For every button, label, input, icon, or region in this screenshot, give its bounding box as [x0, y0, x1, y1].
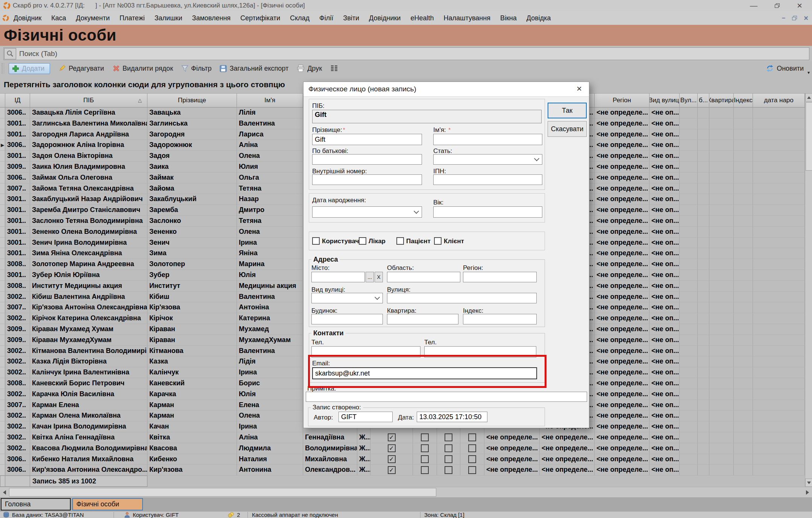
column-header-region[interactable]: Регіон	[595, 93, 650, 108]
column-header-surname[interactable]: Прізвище	[147, 93, 237, 108]
cell-data_nar	[753, 183, 805, 194]
mdi-restore-icon[interactable]	[792, 16, 797, 20]
cell-id: 3001..	[5, 205, 30, 216]
cancel-button[interactable]: Скасувати	[548, 121, 587, 137]
export-button[interactable]: Загальний експорт	[220, 65, 288, 73]
ok-button[interactable]: Так	[548, 103, 587, 118]
edit-button[interactable]: Редагувати	[58, 65, 104, 73]
menu-item-1[interactable]: Довідник	[14, 14, 41, 22]
building-field[interactable]	[311, 314, 383, 324]
menu-item-15[interactable]: Довідка	[527, 14, 551, 22]
region-field[interactable]	[463, 272, 537, 282]
add-button[interactable]: Додати	[9, 63, 50, 74]
column-header-gutter[interactable]	[0, 93, 5, 108]
scroll-up-icon[interactable]	[805, 93, 812, 101]
restore-icon[interactable]	[775, 3, 780, 8]
menu-item-9[interactable]: Філії	[319, 14, 333, 22]
column-header-street_type[interactable]: Вид вулиці	[650, 93, 680, 108]
dialog-close-icon[interactable]: ×	[573, 83, 585, 94]
surname-field[interactable]	[312, 134, 422, 145]
birth-date-select[interactable]	[312, 206, 422, 218]
column-header-b[interactable]: б...	[698, 93, 709, 108]
cell-b	[698, 410, 709, 421]
patronymic-field[interactable]	[312, 154, 422, 165]
oblast-field[interactable]	[387, 272, 460, 282]
age-field[interactable]	[433, 206, 542, 218]
delete-row-button[interactable]: Видалити рядок	[112, 65, 173, 73]
internal-number-field[interactable]	[312, 174, 422, 185]
table-row[interactable]: 3002..Квасова Людмила ВолодимирівнаКвасо…	[0, 443, 805, 454]
menu-item-4[interactable]: Платежі	[120, 14, 145, 22]
tab-persons[interactable]: Фізичні особи	[72, 498, 143, 510]
refresh-button[interactable]: Оновити	[766, 64, 804, 73]
column-header-indeks[interactable]: Індекс	[734, 93, 753, 108]
horizontal-scrollbar[interactable]	[0, 487, 812, 497]
cell-surname: Кіраван	[147, 335, 237, 346]
table-row[interactable]: 3002..Квітка Аліна ГеннадіївнаКвіткаАлін…	[0, 432, 805, 443]
ipn-field[interactable]	[433, 174, 542, 185]
created-date-field[interactable]	[417, 412, 487, 422]
doctor-role-checkbox[interactable]	[359, 237, 366, 245]
menu-item-12[interactable]: eHealth	[410, 14, 434, 22]
column-header-vul[interactable]: Вул...	[680, 93, 698, 108]
menu-item-7[interactable]: Сертифікати	[240, 14, 280, 22]
columns-button[interactable]	[330, 65, 338, 72]
search-input[interactable]	[16, 49, 809, 58]
email-field[interactable]	[312, 367, 537, 379]
menu-item-6[interactable]: Замовлення	[192, 14, 231, 22]
name-field[interactable]	[433, 134, 542, 145]
cell-region: <не определе...	[595, 367, 650, 378]
author-field[interactable]	[338, 412, 393, 422]
tab-home[interactable]: Головна	[1, 498, 71, 510]
column-header-data_nar[interactable]: дата наро	[753, 93, 805, 108]
cell-region: <не определе...	[595, 421, 650, 432]
scroll-down-icon[interactable]	[805, 479, 812, 487]
scroll-left-icon[interactable]	[0, 488, 9, 497]
scroll-right-icon[interactable]	[803, 488, 812, 497]
note-field[interactable]	[306, 392, 587, 402]
column-header-pib[interactable]: ПІБ△	[30, 93, 147, 108]
city-clear-button[interactable]: X	[375, 272, 383, 282]
user-role-checkbox[interactable]	[312, 237, 320, 245]
apartment-field[interactable]	[387, 314, 458, 324]
city-browse-button[interactable]: ...	[366, 272, 374, 282]
toolbar-grip[interactable]	[2, 63, 4, 74]
menu-item-5[interactable]: Залишки	[155, 14, 182, 22]
column-header-name[interactable]: Ім'я	[237, 93, 303, 108]
cell-kvartyra	[709, 194, 734, 205]
street-field[interactable]	[387, 293, 537, 303]
menu-item-10[interactable]: Звіти	[343, 14, 359, 22]
address-fieldset: Адреса Місто: ... X Область: Регіон: Вид…	[309, 259, 545, 327]
gender-select[interactable]	[433, 154, 542, 165]
menu-item-8[interactable]: Склад	[290, 14, 310, 22]
close-icon[interactable]: ×	[797, 2, 802, 9]
client-role-checkbox[interactable]	[434, 237, 442, 245]
phone1-field[interactable]	[311, 346, 420, 357]
street-type-select[interactable]	[311, 293, 383, 303]
menu-item-13[interactable]: Налаштування	[443, 14, 490, 22]
table-row[interactable]: 3006..Кибенко Наталия МихайловнаКибенкоН…	[0, 454, 805, 465]
menu-item-11[interactable]: Довідники	[369, 14, 401, 22]
vertical-scrollbar[interactable]	[805, 93, 812, 487]
city-field[interactable]	[311, 272, 365, 282]
menu-item-3[interactable]: Документи	[76, 14, 110, 22]
funnel-icon	[181, 65, 188, 72]
mdi-close-icon[interactable]: ×	[804, 14, 808, 22]
menu-item-2[interactable]: Каса	[51, 14, 66, 22]
phone2-field[interactable]	[424, 346, 536, 357]
index-field[interactable]	[463, 314, 537, 324]
filter-button[interactable]: Фільтр	[181, 65, 211, 73]
table-row[interactable]: 3006..Кир'язова Антонина Олександро...Ки…	[0, 465, 805, 476]
horizontal-scroll-thumb[interactable]	[9, 488, 436, 497]
cell-indeks	[734, 292, 753, 303]
mdi-minimize-icon[interactable]: –	[782, 14, 785, 22]
vertical-scroll-thumb[interactable]	[806, 102, 812, 171]
minimize-icon[interactable]: —	[750, 2, 757, 9]
column-header-kvartyra[interactable]: Квартира	[709, 93, 734, 108]
patient-role-checkbox[interactable]	[396, 237, 404, 245]
column-header-id[interactable]: ІД	[5, 93, 30, 108]
menu-item-14[interactable]: Вікна	[500, 14, 517, 22]
cell-b	[698, 356, 709, 367]
print-button[interactable]: Друк	[297, 65, 322, 73]
toolbar-overflow-icon[interactable]: ▾	[807, 70, 810, 75]
